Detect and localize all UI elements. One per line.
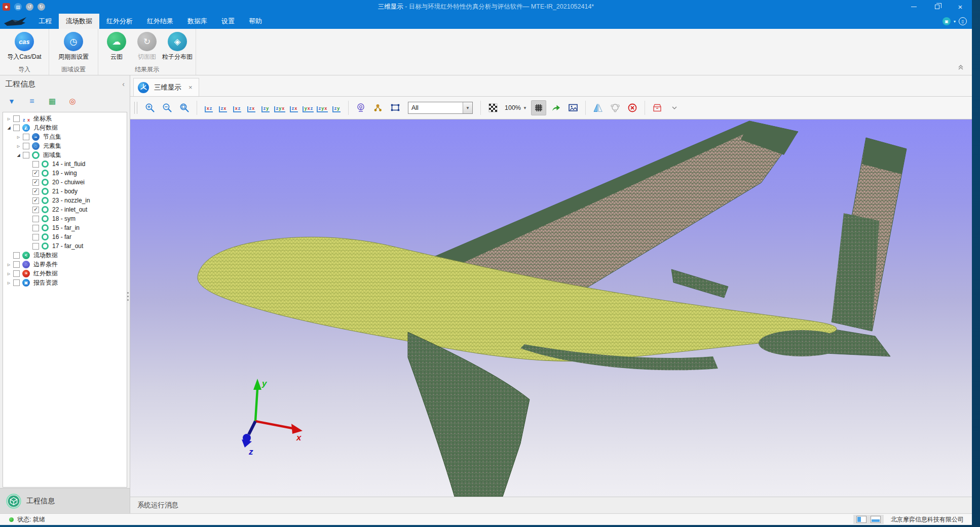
tree-checkbox[interactable] [32,207,39,213]
tree-expand-icon[interactable] [6,115,12,122]
tree-checkbox[interactable] [13,270,20,277]
view-orientation-button[interactable]: yxz [301,101,315,115]
minimize-button[interactable] [902,0,925,14]
tree-expand-icon[interactable] [6,279,12,286]
pin-icon[interactable] [3,3,10,11]
tree-row[interactable]: 边界条件 [3,260,127,269]
view-orientation-button[interactable]: zx [287,101,301,115]
ribbon-button[interactable]: 周期面设置 [52,31,95,64]
zoom-fit-button[interactable] [177,100,192,115]
opacity-percent-dropdown[interactable]: 100% ▼ [505,104,527,111]
tree-row[interactable]: 几何数据 [3,123,127,132]
tree-checkbox[interactable] [13,261,20,268]
tree-checkbox[interactable] [13,115,20,122]
menu-tab[interactable]: 红外结果 [140,14,180,29]
tree-checkbox[interactable] [32,161,39,168]
probe-camera-button[interactable] [353,100,368,115]
toolbar-grip[interactable] [134,102,137,114]
ribbon-button[interactable]: 切面图 [132,31,162,64]
view-orientation-button[interactable]: zy [258,101,273,115]
filter-icon[interactable] [7,97,16,106]
theme-dropdown-caret-icon[interactable]: ▾ [954,19,956,24]
tree-checkbox[interactable] [32,243,39,250]
list-view-icon[interactable] [27,97,36,106]
layout-bottom-panel-icon[interactable] [871,516,881,523]
display-filter-combobox[interactable]: All ▼ [408,102,473,114]
tree-row[interactable]: 节点集 [3,132,127,141]
menu-tab[interactable]: 数据库 [180,14,214,29]
tree-row[interactable]: 15 - far_in [3,223,127,232]
close-button[interactable]: × [949,0,972,14]
tree-row[interactable]: 流场数据 [3,251,127,260]
redo-icon[interactable] [37,3,45,11]
tree-row[interactable]: 19 - wing [3,169,127,178]
tree-checkbox[interactable] [32,170,39,177]
tree-row[interactable]: 23 - nozzle_in [3,196,127,205]
view-orientation-button[interactable]: xz [230,101,244,115]
tree-checkbox[interactable] [32,234,39,240]
panel-splitter-handle[interactable] [127,292,129,303]
ribbon-button[interactable]: 粒子分布图 [162,31,193,64]
tree-expand-icon[interactable] [15,153,22,157]
tree-row[interactable]: 面域集 [3,150,127,159]
view-orientation-button[interactable]: zyx [273,101,287,115]
tree-checkbox[interactable] [32,179,39,186]
tree-row[interactable]: 21 - body [3,187,127,196]
aircraft-mesh-model[interactable]: y x z [130,119,971,497]
mirror-button[interactable] [590,100,606,115]
mesh-grid-toggle-button[interactable] [531,100,546,115]
cancel-button[interactable] [625,100,640,115]
tree-checkbox[interactable] [32,197,39,204]
ribbon-button[interactable]: cas 导入Cas/Dat [3,31,46,64]
archive-box-button[interactable] [650,100,665,115]
tree-checkbox[interactable] [13,279,20,286]
ribbon-button[interactable]: 云图 [101,31,132,64]
tree-expand-icon[interactable] [15,143,22,149]
tree-row[interactable]: 20 - chuiwei [3,178,127,187]
snapshot-button[interactable] [566,100,581,115]
ribbon-collapse-button[interactable] [957,63,965,73]
viewport-3d[interactable]: y x z [130,119,972,497]
menu-tab[interactable]: 设置 [214,14,242,29]
molecule-button[interactable] [370,100,386,115]
restore-button[interactable] [925,0,949,14]
tree-row[interactable]: 22 - inlet_out [3,205,127,214]
tree-row[interactable]: 元素集 [3,141,127,150]
tree-checkbox[interactable] [13,252,20,259]
tab-3d-view[interactable]: 三维显示 × [133,78,199,96]
archive-dropdown-button[interactable] [667,100,682,115]
menu-tab[interactable]: 帮助 [242,14,269,29]
export-share-button[interactable] [548,100,563,115]
zoom-in-button[interactable] [142,100,158,115]
tree-row[interactable]: 坐标系 [3,114,127,123]
tree-row[interactable]: 报告资源 [3,278,127,287]
locate-icon[interactable] [68,97,77,106]
view-orientation-button[interactable]: zx [244,101,258,115]
view-orientation-button[interactable]: xz [202,101,216,115]
tree-expand-icon[interactable] [6,270,12,277]
grid-view-icon[interactable] [48,97,57,106]
tree-expand-icon[interactable] [6,126,12,130]
layout-left-panel-icon[interactable] [856,516,866,523]
panel-footer-tab[interactable]: 工程信息 [0,488,130,513]
tree-checkbox[interactable] [32,216,39,222]
tree-row[interactable]: 16 - far [3,232,127,241]
tree-expand-icon[interactable] [15,134,22,140]
view-orientation-button[interactable]: zx [216,101,230,115]
menu-tab[interactable]: 流场数据 [59,14,99,29]
zoom-out-button[interactable] [160,100,175,115]
tree-row[interactable]: 红外数据 [3,269,127,278]
combobox-dropdown-icon[interactable]: ▼ [463,102,472,113]
tree-row[interactable]: 17 - far_out [3,241,127,251]
view-orientation-button[interactable]: zyx [315,101,329,115]
view-orientation-button[interactable]: zy [329,101,344,115]
menu-tab[interactable]: 红外分析 [99,14,140,29]
theme-icon[interactable]: ▣ [943,17,951,25]
tab-close-icon[interactable]: × [189,84,193,91]
select-box-button[interactable] [388,100,403,115]
tree-checkbox[interactable] [32,225,39,231]
tree-checkbox[interactable] [13,125,20,131]
ring-nodes-button[interactable] [608,100,623,115]
tree-checkbox[interactable] [23,143,29,149]
save-icon[interactable] [14,3,22,11]
